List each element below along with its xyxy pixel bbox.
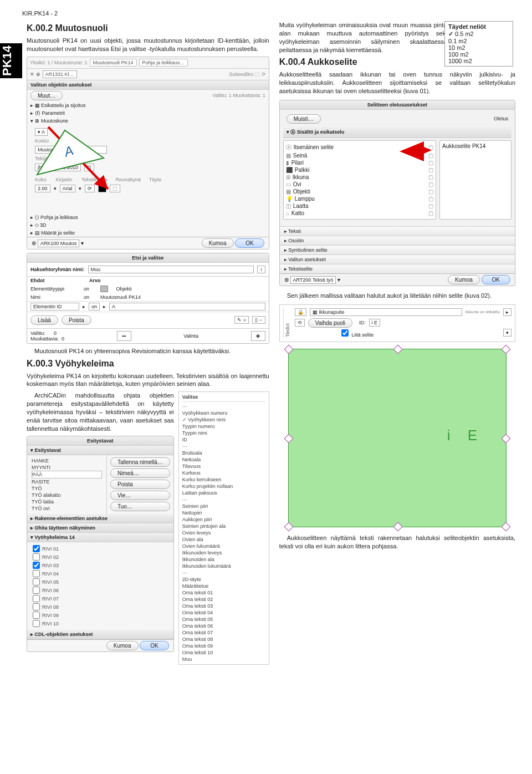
- row-cb[interactable]: RIVI 02: [33, 553, 168, 561]
- menu-item[interactable]: Oma teksti 09: [182, 643, 265, 649]
- valitse-menu[interactable]: Valitse --- Vyöhykkeen numeroVyöhykkeen …: [178, 391, 269, 665]
- neliot-item[interactable]: 0.1 m2: [448, 38, 509, 44]
- menu-item[interactable]: Aukkojen piiri: [182, 516, 265, 523]
- sub-group[interactable]: ▸ Valitun asetukset: [280, 254, 515, 264]
- export[interactable]: Vie…: [110, 491, 170, 500]
- tree-item[interactable]: Ⓐ Itsenäinen selite▢: [286, 143, 433, 152]
- tree-item[interactable]: ▭ Ovi▢: [286, 181, 433, 188]
- row-cb[interactable]: RIVI 07: [33, 594, 168, 603]
- s-ok[interactable]: OK: [482, 275, 510, 284]
- tree-item[interactable]: ▮ Pilari▢: [286, 159, 433, 166]
- muut-btn[interactable]: Muut…: [30, 91, 63, 100]
- esity-item[interactable]: TYÖ alakatto: [32, 492, 102, 498]
- minus-btn[interactable]: −: [117, 331, 131, 341]
- tree-item[interactable]: ▦ Seinä▢: [286, 152, 433, 159]
- menu-item[interactable]: Seinien pintojen ala: [182, 523, 265, 529]
- rename[interactable]: Nimeä…: [110, 469, 170, 478]
- library-chip[interactable]: AR1331 Kl…: [43, 70, 77, 78]
- arrow-icon[interactable]: ▯→: [252, 316, 265, 324]
- esity-item[interactable]: PÄÄ: [32, 471, 102, 478]
- menu-item[interactable]: Ikkunoiden ala: [182, 556, 265, 563]
- liita-cb[interactable]: [341, 329, 349, 337]
- tree-item[interactable]: ◫ Laatta▢: [286, 202, 433, 210]
- s-kumoa[interactable]: Kumoa: [448, 275, 480, 284]
- row-cb[interactable]: RIVI 06: [33, 586, 168, 594]
- neliot-item[interactable]: 100 m2: [448, 51, 509, 58]
- menu-item[interactable]: Määrätietue: [182, 583, 265, 589]
- row-cb[interactable]: RIVI 01: [33, 544, 168, 553]
- dd-2[interactable]: ▾: [503, 329, 511, 337]
- sub-group[interactable]: ▸ Teksti: [280, 226, 515, 236]
- kumoa-btn[interactable]: Kumoa: [202, 238, 234, 248]
- menu-item[interactable]: Ovien ala: [182, 536, 265, 543]
- hak-group[interactable]: Muu: [88, 266, 254, 273]
- pohja-btn[interactable]: Pohja ja leikkaus…: [139, 59, 188, 67]
- neliot-item[interactable]: 1000 m2: [448, 58, 509, 64]
- menu-item[interactable]: ID: [182, 436, 265, 443]
- esity-item[interactable]: TYÖ: [32, 485, 102, 492]
- row-cb[interactable]: RIVI 04: [33, 569, 168, 578]
- menu-item[interactable]: Oma teksti 10: [182, 649, 265, 656]
- poista-btn[interactable]: Poista: [62, 315, 91, 325]
- tree-item[interactable]: ▦ Objekti▢: [286, 188, 433, 195]
- menu-item[interactable]: Seinien piiri: [182, 503, 265, 510]
- dd-1[interactable]: ▸: [503, 308, 511, 316]
- menu-item[interactable]: Tilavuus: [182, 463, 265, 470]
- row-cb[interactable]: RIVI 03: [33, 561, 168, 569]
- menu-item[interactable]: Tyypin nimi: [182, 430, 265, 436]
- crit-val[interactable]: A: [109, 303, 265, 310]
- tree-item[interactable]: ⊞ Ikkuna▢: [286, 174, 433, 181]
- import[interactable]: Tuo…: [110, 502, 170, 511]
- delete[interactable]: Poista: [110, 480, 170, 489]
- layer2[interactable]: ART200 Teksti työ: [290, 276, 336, 284]
- e-kumoa[interactable]: Kumoa: [106, 641, 139, 650]
- obj-name[interactable]: ▦ Ikkunapuite: [310, 308, 462, 316]
- esity-item[interactable]: TYÖ lattia: [32, 498, 102, 505]
- menu-item[interactable]: Korko kerrokseen: [182, 476, 265, 483]
- row-cb[interactable]: RIVI 09: [33, 611, 168, 619]
- row-cb[interactable]: RIVI 08: [33, 603, 168, 611]
- row-cb[interactable]: RIVI 05: [33, 578, 168, 586]
- sub-group[interactable]: ▸ Osoitin: [280, 236, 515, 245]
- menu-item[interactable]: 2D-täyte: [182, 576, 265, 583]
- menu-item[interactable]: Tyypin numero: [182, 423, 265, 430]
- menu-item[interactable]: Oma teksti 01: [182, 589, 265, 596]
- vaihda-btn[interactable]: Vaihda puoli: [308, 318, 352, 328]
- neliot-item[interactable]: 10 m2: [448, 44, 509, 51]
- esity-item[interactable]: HANKE: [32, 457, 102, 464]
- row-cb[interactable]: RIVI 10: [33, 619, 168, 628]
- sub-group[interactable]: ▸ Tekstiselite: [280, 264, 515, 273]
- menu-item[interactable]: Ikkunoiden leveys: [182, 549, 265, 556]
- lisaa-btn[interactable]: Lisää: [30, 315, 58, 325]
- menu-item[interactable]: Oma teksti 07: [182, 629, 265, 636]
- layer[interactable]: ARK100 Muutos: [38, 240, 80, 247]
- lock-icon[interactable]: 🔒: [295, 308, 306, 316]
- menu-item[interactable]: Ovien leveys: [182, 529, 265, 536]
- menu-item[interactable]: Lattian paksuus: [182, 490, 265, 496]
- esity-item[interactable]: TYÖ ovi: [32, 505, 102, 512]
- neliot-menu[interactable]: Täydet neliöt 0.5 m20.1 m210 m2100 m2100…: [444, 21, 513, 67]
- menu-item[interactable]: Nettopiiri: [182, 510, 265, 516]
- menu-item[interactable]: Ovien lukumäärä: [182, 543, 265, 549]
- flip-icon[interactable]: ⟲: [295, 319, 305, 327]
- menu-item[interactable]: Oma teksti 06: [182, 623, 265, 629]
- ok-btn[interactable]: OK: [235, 238, 264, 248]
- menu-item[interactable]: Nettoala: [182, 456, 265, 463]
- e-ok[interactable]: OK: [140, 641, 168, 650]
- copy-icon[interactable]: ✎ ⟐: [234, 316, 249, 324]
- sub-group[interactable]: ▸ Symbolinen selite: [280, 245, 515, 254]
- menu-item[interactable]: Korko projektin nollaan: [182, 483, 265, 490]
- plus-btn[interactable]: +: [251, 331, 265, 341]
- menu-item[interactable]: Oma teksti 02: [182, 596, 265, 603]
- save-as[interactable]: Tallenna nimellä…: [110, 457, 170, 467]
- menu-item[interactable]: Ikkunoiden lukumäärä: [182, 563, 265, 569]
- crit-field[interactable]: Elementin ID: [30, 303, 79, 310]
- crit-op[interactable]: on: [89, 303, 100, 310]
- menu-item[interactable]: Muu: [182, 656, 265, 663]
- menu-item[interactable]: Oma teksti 03: [182, 603, 265, 609]
- id-field[interactable]: i E: [369, 319, 381, 327]
- menu-item[interactable]: Oma teksti 05: [182, 616, 265, 623]
- menu-item[interactable]: Vyöhykkeen numero: [182, 410, 265, 416]
- tree-item[interactable]: ⌂ Katto▢: [286, 210, 433, 217]
- tree-item[interactable]: ⬛ Palkki▢: [286, 166, 433, 174]
